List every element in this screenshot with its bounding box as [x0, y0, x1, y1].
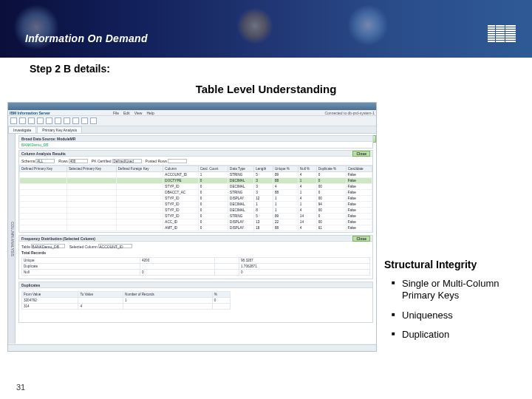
grid-cell[interactable]: [116, 196, 163, 202]
grid-cell[interactable]: [66, 219, 116, 225]
grid-cell[interactable]: 5: [254, 172, 273, 178]
grid-cell[interactable]: DOCTYPE: [163, 178, 198, 184]
grid-cell[interactable]: [66, 214, 116, 219]
pk-select[interactable]: Defined/Used: [112, 159, 142, 163]
grid-cell[interactable]: [20, 202, 67, 208]
grid-cell[interactable]: 94: [316, 202, 346, 208]
grid-cell[interactable]: [20, 178, 67, 184]
grid-cell[interactable]: 3: [254, 190, 273, 196]
grid-cell[interactable]: [66, 208, 116, 214]
grid-cell[interactable]: 14: [298, 214, 316, 219]
grid-cell[interactable]: 8: [254, 208, 273, 214]
grid-cell[interactable]: False: [346, 190, 372, 196]
grid-cell[interactable]: STRING: [228, 214, 254, 219]
grid-cell[interactable]: [20, 231, 67, 233]
grid-cell[interactable]: 88: [273, 225, 299, 231]
grid-cell[interactable]: [66, 231, 116, 233]
grid-cell[interactable]: [66, 202, 116, 208]
grid-cell[interactable]: DISPLAY: [228, 225, 254, 231]
grid-cell[interactable]: 1: [298, 178, 316, 184]
grid-cell[interactable]: DBACCT_AC: [163, 190, 198, 196]
grid-cell[interactable]: False: [346, 231, 372, 233]
grid-cell[interactable]: 00: [316, 219, 346, 225]
close-button[interactable]: Close: [352, 236, 370, 242]
grid-cell[interactable]: [116, 225, 163, 231]
grid-cell[interactable]: [116, 178, 163, 184]
grid-cell[interactable]: 1: [254, 202, 273, 208]
grid-cell[interactable]: [116, 214, 163, 219]
grid-cell[interactable]: 0: [198, 184, 228, 190]
grid-cell[interactable]: DECIMAL: [228, 184, 254, 190]
grid-cell[interactable]: 00: [316, 208, 346, 214]
tool-icon[interactable]: [72, 117, 79, 124]
menu-item[interactable]: Edit: [123, 111, 130, 115]
grid-col[interactable]: Duplicate %: [316, 166, 346, 172]
grid-cell[interactable]: DATA_EC: [163, 231, 198, 233]
grid-cell[interactable]: 5: [254, 214, 273, 219]
grid-cell[interactable]: [66, 196, 116, 202]
grid-cell[interactable]: 89: [273, 214, 299, 219]
grid-cell[interactable]: DECIMAL: [228, 208, 254, 214]
grid-cell[interactable]: [66, 184, 116, 190]
tool-icon[interactable]: [37, 117, 44, 124]
grid-cell[interactable]: [20, 219, 67, 225]
grid-cell[interactable]: False: [346, 214, 372, 219]
menu-item[interactable]: View: [134, 111, 143, 115]
grid-cell[interactable]: 0: [198, 225, 228, 231]
grid-cell[interactable]: DISPLAY: [228, 219, 254, 225]
grid-cell[interactable]: False: [346, 184, 372, 190]
grid-cell[interactable]: 4: [198, 231, 228, 233]
grid-cell[interactable]: False: [346, 225, 372, 231]
tool-icon[interactable]: [55, 117, 61, 124]
grid-cell[interactable]: [20, 190, 67, 196]
grid-cell[interactable]: 0: [316, 172, 346, 178]
grid-cell[interactable]: 3: [254, 231, 273, 233]
grid-cell[interactable]: [20, 214, 67, 219]
grid-cell[interactable]: 0: [316, 178, 346, 184]
grid-cell[interactable]: DECIMAL: [228, 202, 254, 208]
grid-cell[interactable]: 3: [254, 178, 273, 184]
tab-investigate[interactable]: Investigate: [8, 126, 36, 133]
grid-cell[interactable]: 0: [198, 190, 228, 196]
grid-cell[interactable]: 1: [273, 208, 299, 214]
grid-cell[interactable]: 0: [198, 202, 228, 208]
grid-col[interactable]: Selected Primary Key: [66, 166, 116, 172]
vertical-tab[interactable]: COLUMN ANALYSIS: [8, 134, 16, 344]
grid-cell[interactable]: 88: [273, 190, 299, 196]
grid-cell[interactable]: [20, 208, 67, 214]
grid-cell[interactable]: 4: [298, 208, 316, 214]
grid-cell[interactable]: 1: [298, 202, 316, 208]
grid-cell[interactable]: [20, 184, 67, 190]
grid-cell[interactable]: 4: [298, 196, 316, 202]
grid-cell[interactable]: False: [346, 219, 372, 225]
grid-cell[interactable]: [116, 172, 163, 178]
grid-cell[interactable]: [316, 231, 346, 233]
grid-col[interactable]: Null %: [298, 166, 316, 172]
grid-cell[interactable]: [20, 196, 67, 202]
grid-cell[interactable]: STYP_ID: [163, 202, 198, 208]
grid-cell[interactable]: False: [346, 208, 372, 214]
tool-icon[interactable]: [81, 117, 88, 124]
grid-cell[interactable]: 22: [273, 219, 299, 225]
grid-cell[interactable]: [116, 190, 163, 196]
grid-cell[interactable]: 12: [254, 196, 273, 202]
grid-cell[interactable]: STYP_ID: [163, 214, 198, 219]
grid-cell[interactable]: 0: [198, 214, 228, 219]
grid-cell[interactable]: STYP_ID: [163, 196, 198, 202]
grid-cell[interactable]: STYL: [228, 231, 254, 233]
close-button[interactable]: Close: [352, 151, 370, 157]
grid-cell[interactable]: [66, 225, 116, 231]
grid-cell[interactable]: [116, 208, 163, 214]
grid-cell[interactable]: 1: [273, 196, 299, 202]
grid-cell[interactable]: STYP_ID: [163, 184, 198, 190]
grid-cell[interactable]: STRING: [228, 190, 254, 196]
grid-cell[interactable]: 1: [198, 172, 228, 178]
grid-cell[interactable]: [116, 184, 163, 190]
grid-cell[interactable]: [66, 190, 116, 196]
grid-col[interactable]: Unique %: [273, 166, 299, 172]
tool-icon[interactable]: [90, 117, 97, 124]
grid-cell[interactable]: 0: [198, 196, 228, 202]
grid-col[interactable]: Data Type: [228, 166, 254, 172]
grid-cell[interactable]: [116, 202, 163, 208]
grid-col[interactable]: Defined Primary Key: [20, 166, 67, 172]
